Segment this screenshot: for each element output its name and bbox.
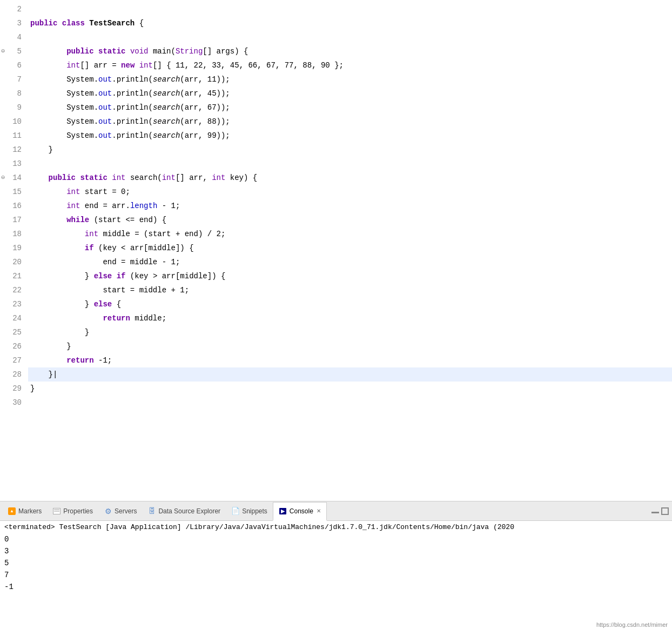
line-number-29: 29 <box>0 382 28 396</box>
line-number-6: 6 <box>0 58 28 72</box>
line-number-14: 14 <box>0 171 28 185</box>
line-number-22: 22 <box>0 283 28 297</box>
tabs-bar: ▲MarkersProperties⚙Servers🗄Data Source E… <box>0 501 672 521</box>
tab-markers[interactable]: ▲Markers <box>2 501 47 520</box>
properties-icon <box>52 507 61 516</box>
code-line-22: start = middle + 1; <box>28 283 672 297</box>
code-line-26: } <box>28 339 672 353</box>
servers-icon: ⚙ <box>104 507 112 516</box>
maximize-button[interactable] <box>661 507 669 515</box>
line-number-23: 23 <box>0 297 28 311</box>
line-number-20: 20 <box>0 255 28 269</box>
code-line-28: }| <box>28 367 672 382</box>
line-number-15: 15 <box>0 185 28 199</box>
code-line-7: System.out.println(search(arr, 11)); <box>28 72 672 86</box>
tab-label-properties: Properties <box>63 507 93 515</box>
code-line-4 <box>28 30 672 44</box>
tab-console[interactable]: ▶Console✕ <box>273 502 327 521</box>
code-line-30 <box>28 396 672 410</box>
line-number-2: 2 <box>0 2 28 16</box>
tab-properties[interactable]: Properties <box>47 501 98 520</box>
code-line-23: } else { <box>28 297 672 311</box>
line-number-30: 30 <box>0 396 28 410</box>
line-number-12: 12 <box>0 143 28 157</box>
code-content[interactable]: public class TestSearch { public static … <box>28 0 672 501</box>
tab-close-console[interactable]: ✕ <box>317 508 321 514</box>
line-number-9: 9 <box>0 101 28 115</box>
line-number-5: 5 <box>0 44 28 58</box>
code-line-15: int start = 0; <box>28 185 672 199</box>
console-terminated-line: <terminated> TestSearch [Java Applicatio… <box>4 523 668 531</box>
line-number-13: 13 <box>0 157 28 171</box>
code-line-3: public class TestSearch { <box>28 16 672 30</box>
console-line: 7 <box>4 569 668 581</box>
code-line-21: } else if (key > arr[middle]) { <box>28 269 672 283</box>
code-line-16: int end = arr.length - 1; <box>28 199 672 213</box>
line-number-10: 10 <box>0 115 28 129</box>
bottom-panel: ▲MarkersProperties⚙Servers🗄Data Source E… <box>0 501 672 629</box>
code-line-18: int middle = (start + end) / 2; <box>28 227 672 241</box>
code-line-25: } <box>28 325 672 339</box>
minimize-button[interactable] <box>651 512 659 513</box>
code-editor[interactable]: 2345678910111213141516171819202122232425… <box>0 0 672 501</box>
console-output: <terminated> TestSearch [Java Applicatio… <box>0 521 672 629</box>
line-number-18: 18 <box>0 227 28 241</box>
code-line-13 <box>28 157 672 171</box>
datasource-icon: 🗄 <box>147 507 156 516</box>
code-line-17: while (start <= end) { <box>28 213 672 227</box>
code-line-14: public static int search(int[] arr, int … <box>28 171 672 185</box>
line-number-19: 19 <box>0 241 28 255</box>
code-line-29: } <box>28 382 672 396</box>
code-line-8: System.out.println(search(arr, 45)); <box>28 86 672 101</box>
line-numbers: 2345678910111213141516171819202122232425… <box>0 0 28 501</box>
code-line-11: System.out.println(search(arr, 99)); <box>28 129 672 143</box>
line-number-17: 17 <box>0 213 28 227</box>
snippets-icon: 📄 <box>231 507 240 516</box>
line-number-4: 4 <box>0 30 28 44</box>
tab-label-markers: Markers <box>18 507 42 515</box>
line-number-26: 26 <box>0 339 28 353</box>
line-number-21: 21 <box>0 269 28 283</box>
line-number-24: 24 <box>0 311 28 325</box>
line-number-7: 7 <box>0 72 28 86</box>
line-number-8: 8 <box>0 86 28 101</box>
console-output-lines: 0357-1 <box>4 533 668 593</box>
console-line: 3 <box>4 545 668 557</box>
tab-label-servers: Servers <box>115 507 137 515</box>
code-line-10: System.out.println(search(arr, 88)); <box>28 115 672 129</box>
code-line-19: if (key < arr[middle]) { <box>28 241 672 255</box>
line-number-3: 3 <box>0 16 28 30</box>
line-number-27: 27 <box>0 353 28 367</box>
line-number-28: 28 <box>0 367 28 382</box>
url-bar: https://blog.csdn.net/mimer <box>596 621 668 628</box>
console-icon: ▶ <box>279 507 287 516</box>
code-line-27: return -1; <box>28 353 672 367</box>
code-line-20: end = middle - 1; <box>28 255 672 269</box>
tab-label-console: Console <box>290 507 313 515</box>
console-line: 5 <box>4 557 668 569</box>
markers-icon: ▲ <box>8 507 16 516</box>
console-line: 0 <box>4 533 668 545</box>
console-line: -1 <box>4 581 668 593</box>
line-number-25: 25 <box>0 325 28 339</box>
code-line-5: public static void main(String[] args) { <box>28 44 672 58</box>
code-line-6: int[] arr = new int[] { 11, 22, 33, 45, … <box>28 58 672 72</box>
code-line-24: return middle; <box>28 311 672 325</box>
tab-snippets[interactable]: 📄Snippets <box>226 501 273 520</box>
code-line-9: System.out.println(search(arr, 67)); <box>28 101 672 115</box>
tab-label-snippets: Snippets <box>242 507 267 515</box>
code-line-2 <box>28 2 672 16</box>
line-number-11: 11 <box>0 129 28 143</box>
tab-datasource[interactable]: 🗄Data Source Explorer <box>142 501 226 520</box>
line-number-16: 16 <box>0 199 28 213</box>
code-line-12: } <box>28 143 672 157</box>
tab-servers[interactable]: ⚙Servers <box>98 501 142 520</box>
tab-label-datasource: Data Source Explorer <box>158 507 220 515</box>
